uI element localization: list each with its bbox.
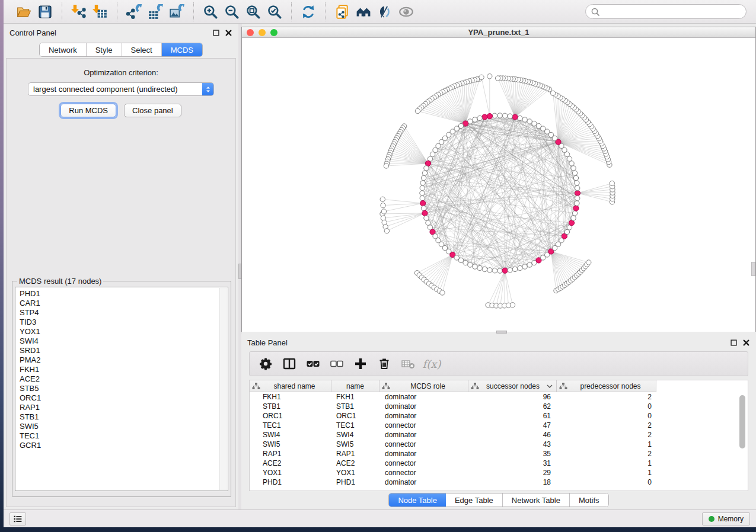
toolbar-button-zoom-selected[interactable] xyxy=(264,2,285,21)
table-cell[interactable]: FKH1 xyxy=(250,393,331,401)
table-toolbar-button-select-all-columns[interactable] xyxy=(303,354,323,374)
column-header-name[interactable]: name xyxy=(331,380,379,392)
table-scrollbar-thumb[interactable] xyxy=(739,395,745,448)
table-row[interactable]: FKH1FKH1dominator962 xyxy=(250,392,748,402)
table-tab-edge-table[interactable]: Edge Table xyxy=(446,493,503,507)
table-cell[interactable]: STB1 xyxy=(250,402,331,411)
window-minimize-button[interactable] xyxy=(259,29,266,36)
tab-network[interactable]: Network xyxy=(40,43,87,56)
table-cell[interactable]: 96 xyxy=(468,393,557,401)
table-cell[interactable]: ACE2 xyxy=(331,459,379,467)
column-header-mcds-role[interactable]: MCDS role xyxy=(379,380,468,392)
table-cell[interactable]: connector xyxy=(379,469,468,477)
mcds-result-item[interactable]: STB1 xyxy=(20,412,228,422)
table-cell[interactable]: ACE2 xyxy=(250,459,331,467)
toolbar-button-zoom-in[interactable] xyxy=(200,2,221,21)
mcds-result-item[interactable]: STB5 xyxy=(20,384,228,393)
table-cell[interactable]: 62 xyxy=(468,402,557,411)
toolbar-button-save-session[interactable] xyxy=(34,2,56,21)
toolbar-button-show-hide-style[interactable] xyxy=(374,2,395,21)
table-cell[interactable]: PHD1 xyxy=(250,478,331,486)
table-cell[interactable]: 1 xyxy=(557,440,656,448)
table-toolbar-button-table-mode-gear[interactable] xyxy=(256,354,276,374)
criterion-dropdown[interactable]: largest connected component (undirected) xyxy=(28,82,214,96)
toolbar-button-show-graphics-details[interactable] xyxy=(395,2,417,21)
tab-select[interactable]: Select xyxy=(122,43,162,56)
mcds-result-item[interactable]: SWI4 xyxy=(20,336,228,346)
toolbar-button-find-neighbors[interactable] xyxy=(353,2,374,21)
table-toolbar-button-add-column[interactable] xyxy=(350,354,371,374)
mcds-result-item[interactable]: TEC1 xyxy=(20,431,228,441)
table-cell[interactable]: STB1 xyxy=(331,402,379,411)
table-cell[interactable]: dominator xyxy=(379,478,468,486)
table-cell[interactable]: 2 xyxy=(557,431,656,439)
table-cell[interactable]: dominator xyxy=(379,393,468,401)
table-toolbar-button-function-builder[interactable]: f(x) xyxy=(422,354,442,374)
close-panel-button[interactable]: Close panel xyxy=(124,104,181,117)
mcds-result-item[interactable]: FKH1 xyxy=(20,365,228,374)
table-cell[interactable]: RAP1 xyxy=(250,450,331,458)
table-tab-motifs[interactable]: Motifs xyxy=(570,493,608,507)
table-cell[interactable]: 1 xyxy=(557,469,656,477)
table-cell[interactable]: connector xyxy=(379,421,468,430)
tab-mcds[interactable]: MCDS xyxy=(162,43,202,56)
column-header-predecessor-nodes[interactable]: predecessor nodes xyxy=(557,380,656,392)
table-toolbar-button-show-columns[interactable] xyxy=(279,354,299,374)
table-cell[interactable]: 43 xyxy=(468,440,557,448)
table-cell[interactable]: 18 xyxy=(468,478,557,486)
table-scrollbar[interactable] xyxy=(739,394,746,489)
table-row[interactable]: YOX1YOX1connector291 xyxy=(250,468,748,477)
search-input[interactable] xyxy=(600,7,741,16)
mcds-result-item[interactable]: PHD1 xyxy=(20,289,228,299)
window-close-button[interactable] xyxy=(247,29,254,36)
table-cell[interactable]: ORC1 xyxy=(331,412,379,420)
table-cell[interactable]: RAP1 xyxy=(331,450,379,458)
toolbar-button-export-table[interactable] xyxy=(145,2,166,21)
memory-button[interactable]: Memory xyxy=(702,512,750,525)
mcds-result-item[interactable]: STP4 xyxy=(20,308,228,318)
task-history-button[interactable] xyxy=(9,512,26,525)
table-toolbar-button-delete-column[interactable] xyxy=(374,354,394,374)
table-cell[interactable]: YOX1 xyxy=(331,469,379,477)
table-cell[interactable]: PHD1 xyxy=(331,478,379,486)
mcds-result-item[interactable]: SRD1 xyxy=(20,346,228,355)
table-cell[interactable]: SWI5 xyxy=(331,440,379,448)
table-cell[interactable]: dominator xyxy=(379,402,468,411)
table-panel-float-button[interactable] xyxy=(730,339,738,347)
table-row[interactable]: STB1STB1dominator620 xyxy=(250,402,748,411)
table-cell[interactable]: 1 xyxy=(557,459,656,467)
toolbar-button-open-session[interactable] xyxy=(13,2,34,21)
network-canvas[interactable] xyxy=(242,38,755,332)
toolbar-button-apply-layout[interactable] xyxy=(298,2,319,21)
control-panel-float-button[interactable] xyxy=(212,29,220,37)
table-cell[interactable]: 47 xyxy=(468,421,557,430)
run-mcds-button[interactable]: Run MCDS xyxy=(60,104,116,117)
table-cell[interactable]: TEC1 xyxy=(331,421,379,430)
table-cell[interactable]: 0 xyxy=(557,402,656,411)
network-graph[interactable] xyxy=(242,38,755,332)
table-cell[interactable]: 2 xyxy=(557,421,656,430)
table-cell[interactable]: connector xyxy=(379,459,468,467)
table-cell[interactable]: 31 xyxy=(468,459,557,467)
table-cell[interactable]: SWI5 xyxy=(250,440,331,448)
toolbar-button-import-table[interactable] xyxy=(90,2,111,21)
mcds-result-scrollbar[interactable] xyxy=(219,288,227,490)
toolbar-button-export-network[interactable] xyxy=(123,2,145,21)
mcds-result-list[interactable]: PHD1CAR1STP4TID3YOX1SWI4SRD1PMA2FKH1ACE2… xyxy=(15,287,228,491)
mcds-result-item[interactable]: SWI5 xyxy=(20,422,228,431)
window-maximize-button[interactable] xyxy=(270,29,277,36)
mcds-result-item[interactable]: TID3 xyxy=(20,318,228,327)
table-cell[interactable]: 46 xyxy=(468,431,557,439)
column-header-shared-name[interactable]: shared name xyxy=(250,380,331,392)
table-row[interactable]: SWI5SWI5connector431 xyxy=(250,440,748,449)
table-cell[interactable]: 29 xyxy=(468,469,557,477)
mcds-result-item[interactable]: YOX1 xyxy=(20,327,228,336)
control-panel-close-button[interactable] xyxy=(225,29,232,37)
table-cell[interactable]: 0 xyxy=(557,478,656,486)
table-tab-network-table[interactable]: Network Table xyxy=(503,493,570,507)
table-toolbar-button-unselect-all-columns[interactable] xyxy=(327,354,347,374)
column-header-successor-nodes[interactable]: successor nodes xyxy=(468,380,557,392)
table-cell[interactable]: SWI4 xyxy=(250,431,331,439)
table-cell[interactable]: dominator xyxy=(379,412,468,420)
table-cell[interactable]: 61 xyxy=(468,412,557,420)
